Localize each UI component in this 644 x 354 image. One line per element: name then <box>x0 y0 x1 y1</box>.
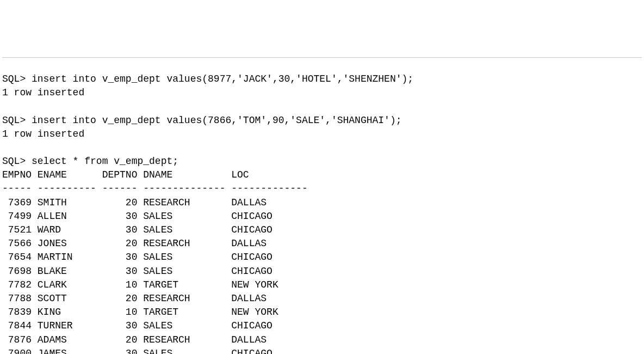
sql-select: SQL> select * from v_emp_dept; <box>2 156 178 167</box>
table-row: 7566 JONES 20 RESEARCH DALLAS <box>2 238 267 249</box>
sql-terminal-output: SQL> insert into v_emp_dept values(8977,… <box>2 57 642 354</box>
sql-insert-1-result: 1 row inserted <box>2 87 84 98</box>
table-row: 7698 BLAKE 30 SALES CHICAGO <box>2 266 273 277</box>
table-row: 7900 JAMES 30 SALES CHICAGO <box>2 348 273 354</box>
sql-insert-2-result: 1 row inserted <box>2 129 84 139</box>
result-divider: ----- ---------- ------ -------------- -… <box>2 183 308 194</box>
table-row: 7499 ALLEN 30 SALES CHICAGO <box>2 211 273 222</box>
table-row: 7369 SMITH 20 RESEARCH DALLAS <box>2 197 267 208</box>
table-row: 7782 CLARK 10 TARGET NEW YORK <box>2 279 278 290</box>
sql-insert-1: SQL> insert into v_emp_dept values(8977,… <box>2 74 413 84</box>
result-header: EMPNO ENAME DEPTNO DNAME LOC <box>2 169 249 180</box>
table-row: 7521 WARD 30 SALES CHICAGO <box>2 224 273 235</box>
sql-insert-2: SQL> insert into v_emp_dept values(7866,… <box>2 115 402 126</box>
table-row: 7844 TURNER 30 SALES CHICAGO <box>2 320 273 331</box>
table-row: 7654 MARTIN 30 SALES CHICAGO <box>2 252 273 263</box>
table-row: 7876 ADAMS 20 RESEARCH DALLAS <box>2 334 267 345</box>
table-row: 7788 SCOTT 20 RESEARCH DALLAS <box>2 293 267 304</box>
table-row: 7839 KING 10 TARGET NEW YORK <box>2 307 278 318</box>
